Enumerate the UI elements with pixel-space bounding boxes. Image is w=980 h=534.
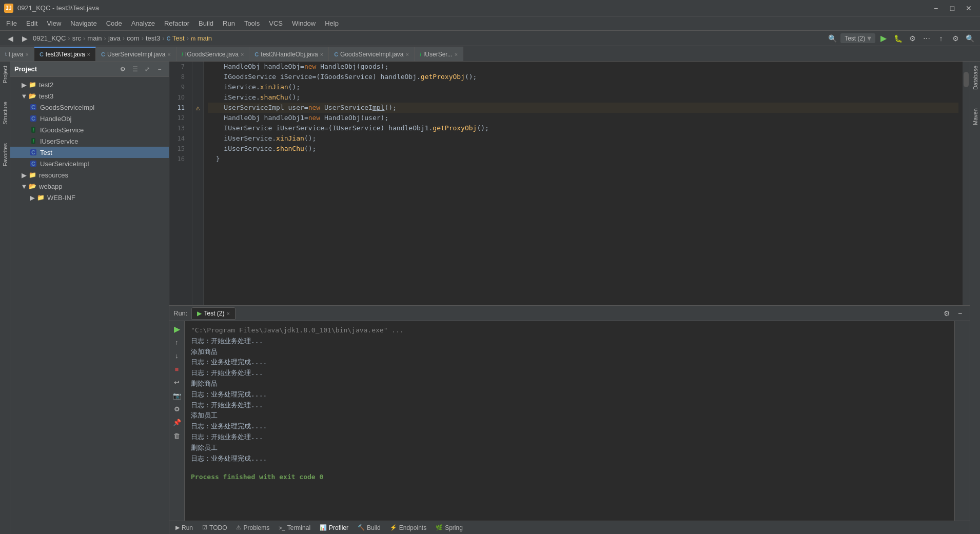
tree-item-goodsserviceimpl[interactable]: C GoodsServiceImpl — [10, 102, 169, 113]
breadcrumb-project[interactable]: 0921_KQC — [33, 34, 66, 42]
bottom-tab-build[interactable]: 🔨 Build — [354, 522, 385, 533]
breadcrumb-src[interactable]: src — [72, 34, 81, 42]
run-tab-close[interactable]: × — [226, 310, 229, 317]
tab-close-userserviceimpl[interactable]: × — [167, 51, 170, 57]
run-trash-button[interactable]: 🗑 — [171, 430, 183, 441]
tab-label: GoodsServiceImpl.java — [340, 51, 403, 58]
tab-igoodsservice[interactable]: I IGoodsService.java × — [177, 47, 250, 61]
tab-label: UserServiceImpl.java — [107, 51, 165, 58]
bottom-tab-todo[interactable]: ☑ TODO — [198, 522, 231, 533]
breadcrumb-main[interactable]: main — [87, 34, 102, 42]
bottom-tab-endpoints[interactable]: ⚡ Endpoints — [386, 522, 430, 533]
debug-button[interactable]: 🐛 — [892, 32, 904, 45]
run-config-label: Test (2) — [845, 35, 865, 42]
run-camera-button[interactable]: 📷 — [171, 390, 183, 401]
tree-item-igoodsservice[interactable]: I IGoodsService — [10, 124, 169, 135]
run-config-selector[interactable]: Test (2) ▼ — [840, 33, 875, 43]
bottom-tab-run[interactable]: ▶ Run — [171, 522, 197, 533]
tree-item-webapp[interactable]: ▼ 📂 webapp — [10, 181, 169, 192]
tab-close-goodsserviceimpl[interactable]: × — [405, 51, 408, 57]
tab-close-iuserser[interactable]: × — [455, 51, 458, 57]
menu-build[interactable]: Build — [194, 18, 218, 28]
nav-back-button[interactable]: ◀ — [4, 32, 16, 45]
panel-layout-button[interactable]: ☰ — [130, 64, 140, 74]
menu-analyze[interactable]: Analyze — [127, 18, 159, 28]
menu-window[interactable]: Window — [288, 18, 320, 28]
tab-iuserser[interactable]: I IUserSer... × — [415, 47, 463, 61]
menu-edit[interactable]: Edit — [22, 18, 42, 28]
menu-run[interactable]: Run — [219, 18, 239, 28]
bottom-tab-spring[interactable]: 🌿 Spring — [432, 522, 467, 533]
nav-forward-button[interactable]: ▶ — [18, 32, 31, 45]
tab-close-igoodsservice[interactable]: × — [241, 51, 244, 57]
breadcrumb-test-class[interactable]: C Test — [167, 34, 185, 42]
scrollbar-thumb[interactable] — [964, 72, 969, 87]
run-tab-test2[interactable]: ▶ Test (2) × — [191, 307, 235, 320]
bottom-tab-terminal[interactable]: >_ Terminal — [275, 522, 315, 533]
tree-item-test3[interactable]: ▼ 📂 test3 — [10, 90, 169, 102]
tree-item-test2[interactable]: ▶ 📁 test2 — [10, 79, 169, 90]
tree-item-webinf[interactable]: ▶ 📁 WEB-INF — [10, 192, 169, 203]
tab-t-java[interactable]: t t.java × — [0, 47, 34, 61]
run-scroll-down-button[interactable]: ↓ — [171, 350, 183, 361]
tab-userserviceimpl[interactable]: C UserServiceImpl.java × — [96, 47, 177, 61]
menu-file[interactable]: File — [2, 18, 21, 28]
tab-close-t-java[interactable]: × — [25, 51, 28, 57]
tab-close-handleobj[interactable]: × — [320, 51, 323, 57]
tree-item-handleobj[interactable]: C HandleObj — [10, 113, 169, 124]
settings-button[interactable]: ⚙ — [949, 32, 962, 45]
bottom-tab-problems[interactable]: ⚠ Problems — [232, 522, 273, 533]
favorites-sidebar-tab[interactable]: Favorites — [1, 139, 9, 170]
run-output[interactable]: "C:\Program Files\Java\jdk1.8.0_101\bin\… — [185, 321, 954, 521]
bottom-tab-profiler[interactable]: 📊 Profiler — [316, 522, 352, 533]
run-scroll-up-button[interactable]: ↑ — [171, 337, 183, 348]
code-content[interactable]: HandleObj handleObj=new HandleObj(goods)… — [204, 62, 963, 305]
tab-test3-test[interactable]: C test3\Test.java × — [34, 47, 96, 61]
run-stop-button[interactable]: ■ — [171, 363, 183, 374]
close-button[interactable]: ✕ — [962, 3, 976, 13]
find-button[interactable]: 🔍 — [964, 32, 976, 45]
breadcrumb-test3[interactable]: test3 — [146, 34, 160, 42]
tab-test3-handleobj[interactable]: C test3\HandleObj.java × — [249, 47, 329, 61]
run-wrap-button[interactable]: ↩ — [171, 377, 183, 388]
minimize-button[interactable]: − — [929, 3, 943, 13]
breadcrumb-java[interactable]: java — [108, 34, 121, 42]
search-everywhere-button[interactable]: 🔍 — [826, 32, 838, 45]
run-with-coverage-button[interactable]: ⚙ — [906, 32, 918, 45]
run-output-line-11: 删除员工 — [191, 443, 948, 453]
project-sidebar-tab[interactable]: Project — [1, 62, 9, 87]
tree-arrow-test2: ▶ — [21, 81, 28, 89]
vcs-button[interactable]: ↑ — [935, 32, 947, 45]
run-pin-button[interactable]: 📌 — [171, 417, 183, 428]
structure-sidebar-tab[interactable]: Structure — [1, 97, 9, 129]
database-sidebar-tab[interactable]: Database — [971, 62, 979, 94]
run-settings-button[interactable]: ⚙ — [941, 308, 952, 319]
panel-minimize-button[interactable]: − — [154, 64, 165, 74]
run-minimize-button[interactable]: − — [954, 308, 966, 319]
editor-scrollbar[interactable] — [963, 62, 970, 305]
more-actions-button[interactable]: ⋯ — [920, 32, 933, 45]
tab-goodsserviceimpl[interactable]: C GoodsServiceImpl.java × — [329, 47, 415, 61]
menu-help[interactable]: Help — [321, 18, 343, 28]
menu-navigate[interactable]: Navigate — [66, 18, 101, 28]
breadcrumb-main-method[interactable]: m main — [191, 34, 212, 42]
tab-close-test3-test[interactable]: × — [87, 51, 90, 57]
tree-item-userserviceimpl[interactable]: C UserServiceImpl — [10, 158, 169, 169]
menu-vcs[interactable]: VCS — [265, 18, 287, 28]
menu-code[interactable]: Code — [102, 18, 126, 28]
menu-view[interactable]: View — [43, 18, 65, 28]
run-settings2-button[interactable]: ⚙ — [171, 403, 183, 414]
maximize-button[interactable]: □ — [945, 3, 959, 13]
tree-item-iuserservice[interactable]: I IUserService — [10, 135, 169, 147]
tree-item-resources[interactable]: ▶ 📁 resources — [10, 169, 169, 181]
breadcrumb-com[interactable]: com — [127, 34, 140, 42]
run-play-button[interactable]: ▶ — [171, 323, 183, 334]
tree-item-test[interactable]: C Test — [10, 147, 169, 158]
panel-cog-button[interactable]: ⚙ — [117, 64, 128, 74]
bottom-tool-tabs: ▶ Run ☑ TODO ⚠ Problems >_ Terminal 📊 Pr… — [169, 521, 970, 534]
menu-tools[interactable]: Tools — [240, 18, 264, 28]
run-button[interactable]: ▶ — [877, 32, 890, 45]
maven-sidebar-tab[interactable]: Maven — [971, 104, 979, 129]
panel-expand-button[interactable]: ⤢ — [142, 64, 152, 74]
menu-refactor[interactable]: Refactor — [160, 18, 193, 28]
